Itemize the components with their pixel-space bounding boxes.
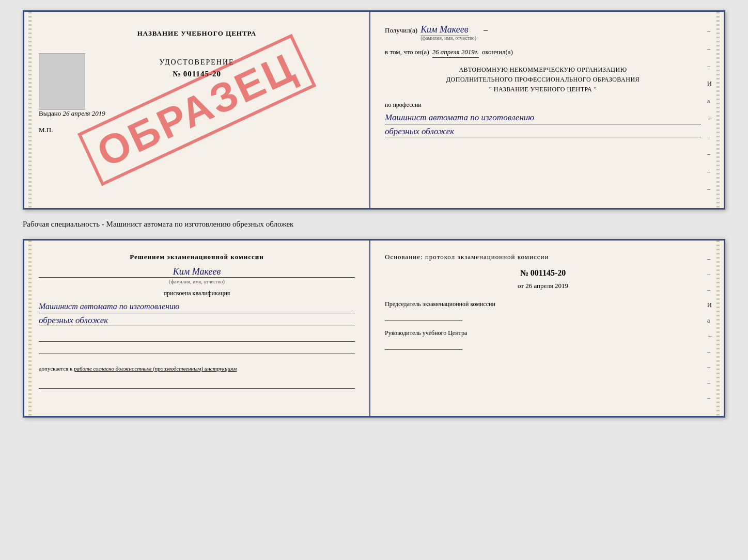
protocol-number: № 001145-20 <box>385 268 701 278</box>
chairman-label: Председатель экзаменационной комиссии <box>385 299 701 309</box>
dopusk-value: работе согласно должностным (производств… <box>74 365 237 372</box>
kvali-label: присвоена квалификация <box>39 290 355 297</box>
blank-line-1 <box>39 331 355 342</box>
protocol-date: от 26 апреля 2019 <box>385 282 701 290</box>
blank-line-3 <box>39 378 355 389</box>
profession-label: по профессии <box>385 101 701 109</box>
rukovoditel-block: Руководитель учебного Центра <box>385 328 701 350</box>
blank-line-2 <box>39 344 355 354</box>
vydano-date: 26 апреля 2019 <box>63 109 105 117</box>
doc-top-left: НАЗВАНИЕ УЧЕБНОГО ЦЕНТРА ОБРАЗЕЦ УДОСТОВ… <box>24 12 370 208</box>
fio-caption-top: (фамилия, имя, отчество) <box>420 35 476 41</box>
date-prefix: в том, что он(а) <box>385 48 429 56</box>
person-name-komissia: Ким Макеев <box>39 266 355 278</box>
dopuskaetsya: допускается к работе согласно должностны… <box>39 364 355 373</box>
osnov-label: Основание: протокол экзаменационной коми… <box>385 253 701 261</box>
recipient-line: Получил(а) Ким Макеев (фамилия, имя, отч… <box>385 24 701 41</box>
school-name-left: НАЗВАНИЕ УЧЕБНОГО ЦЕНТРА <box>39 29 355 38</box>
dash-after-name: – <box>484 25 488 35</box>
profession-value-2: обрезных обложек <box>385 126 701 137</box>
date-line: в том, что он(а) 26 апреля 2019г. окончи… <box>385 48 701 58</box>
protocol-date-value: 26 апреля 2019 <box>525 282 568 290</box>
org-line1: АВТОНОМНУЮ НЕКОММЕРЧЕСКУЮ ОРГАНИЗАЦИЮ <box>385 65 701 75</box>
org-line3: " НАЗВАНИЕ УЧЕБНОГО ЦЕНТРА " <box>385 85 701 94</box>
org-line2: ДОПОЛНИТЕЛЬНОГО ПРОФЕССИОНАЛЬНОГО ОБРАЗО… <box>385 75 701 85</box>
dash-column-right-2: – – – И а ← – – – – <box>707 241 713 416</box>
protocol-date-prefix: от <box>518 282 524 290</box>
recipient-name: Ким Макеев <box>420 24 468 36</box>
fio-caption-bottom: (фамилия, имя, отчество) <box>39 279 355 284</box>
chairman-signature-line <box>385 312 462 321</box>
document-top: НАЗВАНИЕ УЧЕБНОГО ЦЕНТРА ОБРАЗЕЦ УДОСТОВ… <box>23 10 725 210</box>
udostoverenie-label: УДОСТОВЕРЕНИЕ <box>39 58 355 67</box>
kvali-value-1: Машинист автомата по изготовлению <box>39 300 355 313</box>
okonchil: окончил(а) <box>482 48 513 56</box>
doc-bottom-right: Основание: протокол экзаменационной коми… <box>370 241 724 416</box>
blank-lines <box>39 331 355 354</box>
doc-top-right: Получил(а) Ким Макеев (фамилия, имя, отч… <box>370 12 724 208</box>
dash-column-right: – – – И а ← – – – – <box>707 12 713 208</box>
rukovoditel-label: Руководитель учебного Центра <box>385 328 701 338</box>
chairman-block: Председатель экзаменационной комиссии <box>385 299 701 321</box>
doc-bottom-left: Решением экзаменационной комиссии Ким Ма… <box>24 241 370 416</box>
vydano-line: Выдано 26 апреля 2019 <box>39 109 355 118</box>
document-bottom: Решением экзаменационной комиссии Ким Ма… <box>23 239 725 418</box>
mp-line: М.П. <box>39 126 355 134</box>
udostoverenie-number: № 001145-20 <box>39 70 355 78</box>
komissia-title: Решением экзаменационной комиссии <box>39 253 355 261</box>
udostoverenie-block: УДОСТОВЕРЕНИЕ № 001145-20 <box>39 58 355 78</box>
middle-label: Рабочая специальность - Машинист автомат… <box>23 218 725 231</box>
dopusk-label: допускается к <box>39 365 72 372</box>
date-value: 26 апреля 2019г. <box>432 48 479 58</box>
rukovoditel-signature-line <box>385 341 462 350</box>
recipient-prefix: Получил(а) <box>385 26 417 35</box>
profession-value-1: Машинист автомата по изготовлению <box>385 111 701 125</box>
org-text: АВТОНОМНУЮ НЕКОММЕРЧЕСКУЮ ОРГАНИЗАЦИЮ ДО… <box>385 65 701 95</box>
vydano-label: Выдано <box>39 109 61 117</box>
photo-placeholder <box>39 53 85 110</box>
recipient-block: Ким Макеев (фамилия, имя, отчество) <box>420 24 476 41</box>
kvali-value-2: обрезных обложек <box>39 315 355 326</box>
